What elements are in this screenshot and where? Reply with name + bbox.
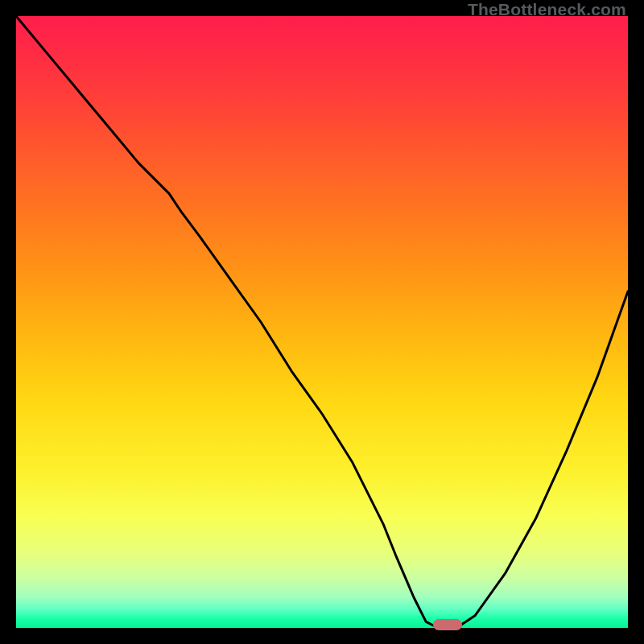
- gradient-plot-area: [16, 16, 628, 628]
- watermark-text: TheBottleneck.com: [468, 0, 626, 19]
- optimal-marker: [433, 619, 462, 630]
- chart-frame: TheBottleneck.com: [0, 0, 644, 644]
